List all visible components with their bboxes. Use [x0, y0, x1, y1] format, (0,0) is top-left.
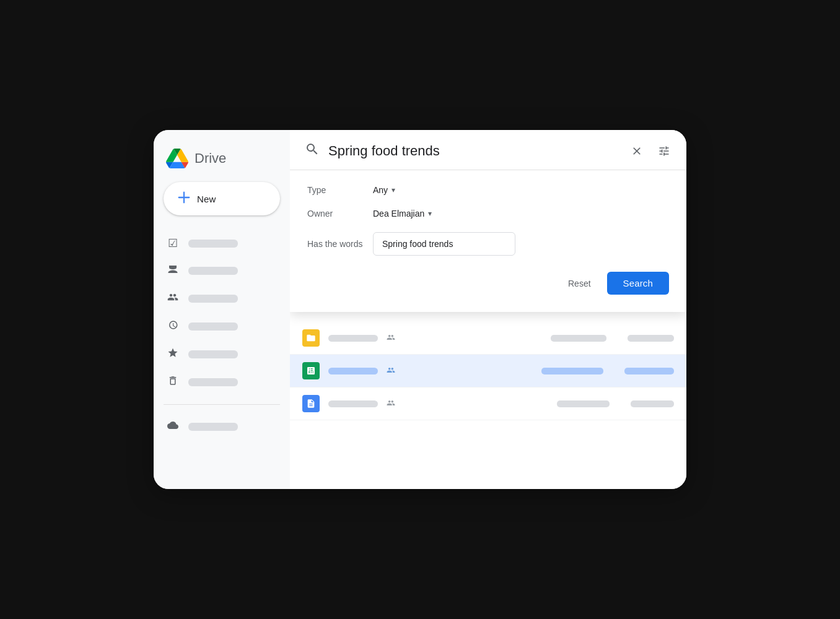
- shared-icon: [387, 333, 395, 344]
- owner-select[interactable]: Dea Elmajian ▾: [373, 209, 432, 219]
- people-icon: [166, 292, 180, 306]
- search-query: Spring food trends: [328, 143, 618, 159]
- app-window: Drive New ☑: [154, 130, 686, 489]
- nav-divider: [164, 404, 280, 405]
- chevron-down-icon: ▾: [392, 186, 395, 194]
- check-icon: ☑: [166, 236, 180, 250]
- trash-icon: [166, 375, 180, 389]
- sidebar-item-my-drive[interactable]: ☑: [154, 230, 280, 256]
- table-row[interactable]: [290, 322, 686, 355]
- table-row[interactable]: [290, 387, 686, 420]
- sidebar: Drive New ☑: [154, 130, 290, 489]
- docs-icon: [302, 395, 320, 412]
- star-icon: [166, 347, 180, 361]
- chevron-down-icon: ▾: [428, 209, 432, 218]
- plus-icon: [177, 191, 191, 207]
- has-words-label: Has the words: [307, 239, 363, 249]
- file-name-bar: [328, 400, 378, 407]
- has-words-input[interactable]: [373, 232, 515, 256]
- type-value: Any: [373, 185, 388, 195]
- drive-logo-icon: [166, 147, 188, 170]
- cloud-icon: [166, 420, 180, 434]
- close-button[interactable]: [627, 141, 647, 161]
- type-label: Type: [307, 185, 363, 195]
- reset-button[interactable]: Reset: [559, 272, 600, 295]
- file-name-bar: [328, 368, 378, 374]
- sidebar-header: Drive: [154, 142, 290, 182]
- file-list: [290, 322, 686, 489]
- has-words-row: Has the words: [307, 232, 669, 256]
- owner-value: Dea Elmajian: [373, 209, 424, 219]
- date-bar: [631, 400, 674, 407]
- search-button[interactable]: Search: [607, 272, 669, 295]
- nav-label-bar: [188, 240, 238, 248]
- sidebar-nav: ☑: [154, 230, 290, 440]
- meta-bar: [557, 400, 610, 407]
- sidebar-item-starred[interactable]: [154, 341, 280, 368]
- nav-label-bar: [188, 322, 238, 331]
- app-title: Drive: [195, 150, 226, 167]
- owner-row: Owner Dea Elmajian ▾: [307, 209, 669, 219]
- nav-label-bar: [188, 423, 238, 431]
- sidebar-item-shared[interactable]: [154, 285, 280, 312]
- search-bar: Spring food trends: [290, 130, 686, 170]
- filter-button[interactable]: [654, 141, 674, 161]
- type-row: Type Any ▾: [307, 185, 669, 195]
- sidebar-item-storage[interactable]: [154, 413, 280, 440]
- search-dialog: Spring food trends Type Any ▾: [290, 130, 686, 312]
- file-name-bar: [328, 335, 378, 342]
- sidebar-item-computers[interactable]: [154, 258, 280, 284]
- search-icon: [305, 142, 320, 160]
- clock-icon: [166, 319, 180, 334]
- nav-label-bar: [188, 350, 238, 358]
- owner-label: Owner: [307, 209, 363, 219]
- meta-bar: [541, 368, 603, 374]
- table-row[interactable]: [290, 355, 686, 387]
- form-actions: Reset Search: [307, 272, 669, 295]
- sidebar-item-trash[interactable]: [154, 369, 280, 396]
- nav-label-bar: [188, 267, 238, 275]
- main-content: Spring food trends Type Any ▾: [290, 130, 686, 489]
- folder-icon: [302, 329, 320, 347]
- nav-label-bar: [188, 378, 238, 386]
- meta-bar: [551, 335, 606, 342]
- type-select[interactable]: Any ▾: [373, 185, 395, 195]
- shared-icon: [387, 399, 395, 409]
- search-form: Type Any ▾ Owner Dea Elmajian ▾ Ha: [290, 170, 686, 312]
- shared-icon: [387, 366, 395, 376]
- sheets-icon: [302, 362, 320, 379]
- computer-icon: [166, 264, 180, 278]
- new-button-label: New: [197, 194, 216, 204]
- search-bar-actions: [627, 141, 674, 161]
- date-bar: [624, 368, 674, 374]
- date-bar: [628, 335, 674, 342]
- new-button[interactable]: New: [164, 182, 280, 215]
- nav-label-bar: [188, 295, 238, 303]
- sidebar-item-recent[interactable]: [154, 313, 280, 340]
